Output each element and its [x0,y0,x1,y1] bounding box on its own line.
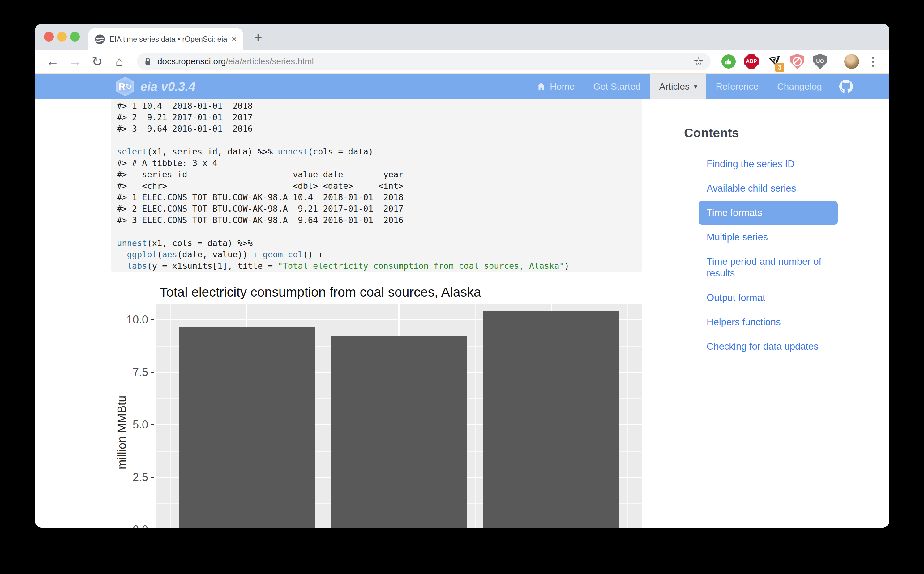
chart-title: Total electricity consumption from coal … [160,284,481,300]
y-tick-mark [150,319,154,320]
chevron-down-icon: ▾ [694,83,697,90]
back-icon[interactable]: ← [46,54,60,69]
code-line: #> 2 9.21 2017-01-01 2017 [117,112,642,123]
toc-item-output-format[interactable]: Output format [707,292,846,304]
home-icon [536,82,546,91]
browser-home-icon[interactable]: ⌂ [112,54,127,69]
code-line: unnest(x1, cols = data) %>% [117,237,642,249]
no-entry-icon [793,57,802,66]
nav-item-github[interactable] [831,74,861,99]
brand-name: eia v0.3.4 [141,80,195,94]
gridline-horizontal-major [156,372,642,373]
thumbs-up-extension-icon[interactable] [721,54,736,69]
new-tab-button[interactable]: + [254,29,262,46]
gridline-horizontal-minor [156,398,642,399]
toc-item-checking-for-data-updates[interactable]: Checking for data updates [707,341,846,353]
profile-avatar[interactable] [844,54,859,69]
globe-favicon-icon [95,34,105,44]
reload-icon[interactable]: ↻ [90,54,104,69]
browser-toolbar: ← → ↻ ⌂ docs.ropensci.org/eia/articles/s… [35,50,889,74]
minimize-window-button[interactable] [57,32,67,42]
code-line: ggplot(aes(date, value)) + geom_col() + [117,249,642,260]
y-tick-label: 10.0 [37,313,148,326]
nav-item-articles[interactable]: Articles▾ [650,74,707,99]
gridline-vertical-major [398,304,400,528]
zoom-window-button[interactable] [70,32,80,42]
site-brand[interactable]: R↻ eia v0.3.4 [116,74,195,99]
ublock-origin-extension-icon[interactable]: UO [813,54,827,69]
toc-item-time-period-and-number-of-results[interactable]: Time period and number of results [707,256,846,279]
nav-item-reference[interactable]: Reference [706,74,767,99]
site-nav: HomeGet StartedArticles▾ReferenceChangel… [527,74,861,99]
url-text: docs.ropensci.org/eia/articles/series.ht… [157,57,688,66]
ropensci-logo-icon: R↻ [116,77,134,96]
y-tick-mark [150,424,154,426]
code-line: #> 2 ELEC.CONS_TOT_BTU.COW-AK-98.A 9.21 … [117,203,642,214]
browser-tab[interactable]: EIA time series data • rOpenSci: eia × [89,28,243,50]
address-bar[interactable]: docs.ropensci.org/eia/articles/series.ht… [137,53,710,70]
privacy-badger-extension-icon[interactable]: 3 [767,54,782,69]
code-line: #> # A tibble: 3 x 4 [117,157,642,169]
gridline-vertical-minor [627,304,628,528]
nav-item-changelog[interactable]: Changelog [768,74,831,99]
blocker-shield-extension-icon[interactable] [790,54,805,69]
toc-item-helpers-functions[interactable]: Helpers functions [707,316,846,328]
url-path: /eia/articles/series.html [226,57,314,66]
code-line: #> 1 10.4 2018-01-01 2018 [117,100,642,112]
toolbar-divider [835,55,836,68]
url-host: docs.ropensci.org [157,57,226,66]
y-axis-label: million MMBtu [115,371,129,494]
github-icon [839,80,853,93]
desktop: { "browser": { "tab": { "title": "EIA ti… [0,0,924,574]
page-content: #> 1 10.4 2018-01-01 2018#> 2 9.21 2017-… [35,99,889,528]
gridline-vertical-minor [323,304,323,528]
y-tick-label: 7.5 [37,366,148,379]
code-line: #> <chr> <dbl> <date> <int> [117,180,642,192]
toc-item-multiple-series[interactable]: Multiple series [707,232,846,243]
tab-close-icon[interactable]: × [231,35,237,44]
y-tick-label: 2.5 [37,471,148,484]
gridline-horizontal-minor [156,346,642,347]
forward-icon[interactable]: → [68,54,82,69]
contents-sidebar: Contents Finding the series IDAvailable … [684,126,889,353]
nav-item-home[interactable]: Home [527,74,584,99]
gridline-horizontal-major [156,424,642,426]
badger-count-badge: 3 [775,63,784,72]
gridline-vertical-minor [475,304,476,528]
toc-item-finding-the-series-id[interactable]: Finding the series ID [707,158,846,170]
nav-item-label: Home [550,81,574,92]
code-line: select(x1, series_id, data) %>% unnest(c… [117,146,642,157]
toc-item-time-formats[interactable]: Time formats [699,201,838,225]
thumb-glyph-icon [724,57,733,66]
gridline-vertical-major [551,304,552,528]
close-window-button[interactable] [44,32,54,42]
bar-2016-01-01 [179,327,315,528]
contents-list: Finding the series IDAvailable child ser… [684,158,889,353]
code-line: #> 1 ELEC.CONS_TOT_BTU.COW-AK-98.A 10.4 … [117,192,642,203]
code-line [117,134,642,146]
code-line [117,226,642,237]
code-line: #> 3 ELEC.CONS_TOT_BTU.COW-AK-98.A 9.64 … [117,214,642,226]
nav-item-label: Reference [715,81,758,92]
contents-heading: Contents [684,126,889,140]
nav-item-label: Articles [659,81,690,92]
code-block: #> 1 10.4 2018-01-01 2018#> 2 9.21 2017-… [111,99,642,272]
y-tick-mark [150,477,154,478]
gridline-vertical-major [246,304,247,528]
toc-item-available-child-series[interactable]: Available child series [707,183,846,194]
adblock-plus-extension-icon[interactable]: ABP [744,54,759,69]
y-tick-mark [150,372,154,373]
code-line: #> series_id value date year [117,169,642,180]
gridline-horizontal-minor [156,503,642,504]
y-tick-label: 0.0 [37,524,148,528]
code-line: labs(y = x1$units[1], title = "Total ele… [117,260,642,271]
gridline-horizontal-major [156,319,642,320]
bookmark-star-icon[interactable]: ☆ [693,55,704,68]
y-tick-label: 5.0 [37,418,148,431]
browser-menu-icon[interactable]: ⋮ [867,55,879,68]
bar-2018-01-01 [483,311,619,528]
site-navbar: R↻ eia v0.3.4 HomeGet StartedArticles▾Re… [35,74,889,99]
gridline-horizontal-minor [156,451,642,452]
gridline-vertical-minor [170,304,171,528]
nav-item-get-started[interactable]: Get Started [584,74,650,99]
